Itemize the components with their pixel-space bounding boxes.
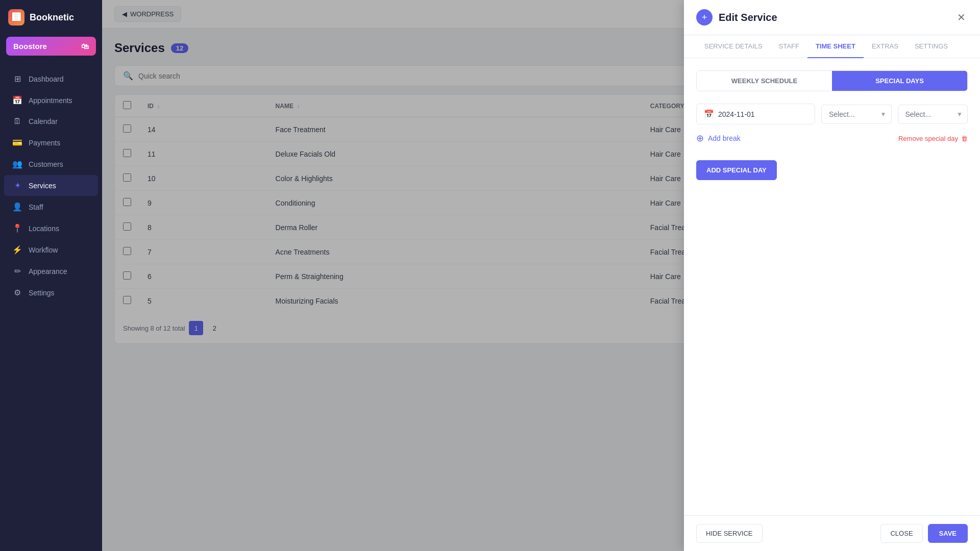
sidebar-item-appointments[interactable]: 📅 Appointments	[4, 90, 98, 111]
boostore-bag-icon: 🛍	[81, 42, 89, 51]
footer-right-buttons: CLOSE SAVE	[880, 524, 968, 543]
add-special-day-button[interactable]: ADD SPECIAL DAY	[696, 160, 777, 180]
sidebar-item-calendar[interactable]: 🗓 Calendar	[4, 111, 98, 132]
hide-service-button[interactable]: HIDE SERVICE	[696, 524, 763, 543]
trash-icon: 🗑	[961, 135, 968, 142]
sidebar-item-label: Payments	[29, 139, 60, 147]
tab-settings[interactable]: SETTINGS	[906, 35, 956, 58]
calendar-input-icon: 📅	[704, 109, 714, 119]
save-button[interactable]: SAVE	[928, 524, 968, 543]
tab-extras[interactable]: EXTRAS	[864, 35, 906, 58]
locations-icon: 📍	[12, 223, 22, 233]
app-name: Booknetic	[30, 12, 74, 23]
sidebar-item-dashboard[interactable]: ⊞ Dashboard	[4, 68, 98, 89]
sidebar-item-label: Locations	[29, 224, 59, 233]
select1-wrap: Select... ▼	[821, 105, 892, 124]
edit-service-drawer: + Edit Service ✕ SERVICE DETAILS STAFF T…	[684, 0, 980, 551]
select2-wrap: Select... ▼	[898, 105, 968, 124]
remove-special-day-label: Remove special day	[898, 135, 958, 142]
calendar-icon: 🗓	[12, 117, 22, 126]
sidebar-item-services[interactable]: ✦ Services	[4, 175, 98, 196]
sidebar-item-payments[interactable]: 💳 Payments	[4, 132, 98, 153]
date-row: 📅 Select... ▼ Select... ▼	[696, 104, 968, 124]
drawer-plus-icon: +	[696, 9, 713, 26]
sidebar: 🅱 Booknetic Boostore 🛍 ⊞ Dashboard 📅 App…	[0, 0, 102, 551]
workflow-icon: ⚡	[12, 245, 22, 255]
sidebar-item-workflow[interactable]: ⚡ Workflow	[4, 239, 98, 260]
sidebar-item-label: Staff	[29, 203, 43, 211]
break-remove-row: ⊕ Add break Remove special day 🗑	[696, 133, 968, 152]
sidebar-nav: ⊞ Dashboard 📅 Appointments 🗓 Calendar 💳 …	[0, 64, 102, 551]
add-break-label: Add break	[708, 134, 741, 142]
special-days-button[interactable]: SPECIAL DAYS	[832, 71, 967, 91]
drawer-header: + Edit Service ✕	[684, 0, 980, 35]
sidebar-item-label: Services	[29, 182, 56, 190]
date-input[interactable]	[718, 110, 807, 118]
sidebar-item-label: Dashboard	[29, 75, 64, 83]
add-break-icon: ⊕	[696, 133, 704, 144]
drawer-tabs: SERVICE DETAILS STAFF TIME SHEET EXTRAS …	[684, 35, 980, 58]
boostore-button[interactable]: Boostore 🛍	[6, 37, 96, 56]
customers-icon: 👥	[12, 159, 22, 169]
staff-icon: 👤	[12, 202, 22, 212]
appearance-icon: ✏	[12, 266, 22, 276]
sidebar-item-customers[interactable]: 👥 Customers	[4, 154, 98, 174]
close-button[interactable]: CLOSE	[880, 524, 922, 543]
drawer-footer: HIDE SERVICE CLOSE SAVE	[684, 515, 980, 551]
close-drawer-button[interactable]: ✕	[955, 10, 968, 24]
settings-icon: ⚙	[12, 288, 22, 297]
sidebar-item-label: Customers	[29, 160, 63, 168]
add-break-button[interactable]: ⊕ Add break	[696, 133, 741, 144]
time-select-2[interactable]: Select...	[898, 105, 968, 124]
sidebar-item-label: Workflow	[29, 246, 58, 254]
payments-icon: 💳	[12, 138, 22, 147]
appointments-icon: 📅	[12, 95, 22, 105]
time-select-1[interactable]: Select...	[821, 105, 892, 124]
services-icon: ✦	[12, 181, 22, 190]
sidebar-item-appearance[interactable]: ✏ Appearance	[4, 261, 98, 282]
schedule-toggle: WEEKLY SCHEDULE SPECIAL DAYS	[696, 70, 968, 91]
tab-staff[interactable]: STAFF	[771, 35, 807, 58]
sidebar-item-label: Appearance	[29, 267, 67, 276]
app-logo: 🅱 Booknetic	[0, 0, 102, 35]
sidebar-item-settings[interactable]: ⚙ Settings	[4, 282, 98, 303]
main-content: ◀ WORDPRESS Services 12 🔍 ID ↕ NAME ↕ CA…	[102, 0, 980, 551]
sidebar-item-staff[interactable]: 👤 Staff	[4, 196, 98, 217]
boostore-label: Boostore	[13, 42, 47, 51]
dashboard-icon: ⊞	[12, 74, 22, 84]
drawer-title: Edit Service	[719, 12, 949, 23]
tab-time-sheet[interactable]: TIME SHEET	[807, 35, 864, 58]
logo-icon: 🅱	[8, 9, 24, 26]
remove-special-day-button[interactable]: Remove special day 🗑	[898, 135, 968, 142]
sidebar-item-label: Appointments	[29, 96, 72, 105]
date-input-wrap: 📅	[696, 104, 815, 124]
sidebar-item-locations[interactable]: 📍 Locations	[4, 218, 98, 239]
drawer-body: WEEKLY SCHEDULE SPECIAL DAYS 📅 Select...…	[684, 58, 980, 515]
weekly-schedule-button[interactable]: WEEKLY SCHEDULE	[697, 71, 832, 91]
sidebar-item-label: Settings	[29, 289, 55, 297]
tab-service-details[interactable]: SERVICE DETAILS	[696, 35, 771, 58]
sidebar-item-label: Calendar	[29, 117, 58, 126]
